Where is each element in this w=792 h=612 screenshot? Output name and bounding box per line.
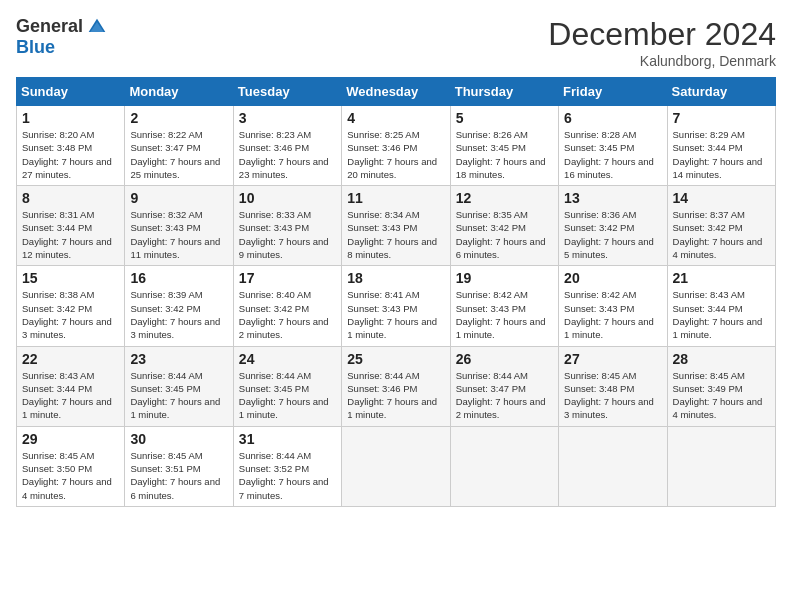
- calendar-week-row: 22Sunrise: 8:43 AM Sunset: 3:44 PM Dayli…: [17, 346, 776, 426]
- calendar-cell: 1Sunrise: 8:20 AM Sunset: 3:48 PM Daylig…: [17, 106, 125, 186]
- calendar-cell: 28Sunrise: 8:45 AM Sunset: 3:49 PM Dayli…: [667, 346, 775, 426]
- calendar-cell: 27Sunrise: 8:45 AM Sunset: 3:48 PM Dayli…: [559, 346, 667, 426]
- day-number: 27: [564, 351, 661, 367]
- calendar-table: SundayMondayTuesdayWednesdayThursdayFrid…: [16, 77, 776, 507]
- calendar-cell: 3Sunrise: 8:23 AM Sunset: 3:46 PM Daylig…: [233, 106, 341, 186]
- calendar-cell: 29Sunrise: 8:45 AM Sunset: 3:50 PM Dayli…: [17, 426, 125, 506]
- day-number: 19: [456, 270, 553, 286]
- calendar-header-row: SundayMondayTuesdayWednesdayThursdayFrid…: [17, 78, 776, 106]
- calendar-cell: 24Sunrise: 8:44 AM Sunset: 3:45 PM Dayli…: [233, 346, 341, 426]
- day-info: Sunrise: 8:34 AM Sunset: 3:43 PM Dayligh…: [347, 208, 444, 261]
- day-info: Sunrise: 8:44 AM Sunset: 3:45 PM Dayligh…: [130, 369, 227, 422]
- day-number: 6: [564, 110, 661, 126]
- calendar-cell: 4Sunrise: 8:25 AM Sunset: 3:46 PM Daylig…: [342, 106, 450, 186]
- day-number: 26: [456, 351, 553, 367]
- col-header-wednesday: Wednesday: [342, 78, 450, 106]
- day-number: 5: [456, 110, 553, 126]
- day-info: Sunrise: 8:36 AM Sunset: 3:42 PM Dayligh…: [564, 208, 661, 261]
- calendar-cell: [559, 426, 667, 506]
- col-header-friday: Friday: [559, 78, 667, 106]
- calendar-cell: 12Sunrise: 8:35 AM Sunset: 3:42 PM Dayli…: [450, 186, 558, 266]
- day-number: 9: [130, 190, 227, 206]
- day-info: Sunrise: 8:43 AM Sunset: 3:44 PM Dayligh…: [673, 288, 770, 341]
- day-info: Sunrise: 8:25 AM Sunset: 3:46 PM Dayligh…: [347, 128, 444, 181]
- day-number: 11: [347, 190, 444, 206]
- calendar-week-row: 15Sunrise: 8:38 AM Sunset: 3:42 PM Dayli…: [17, 266, 776, 346]
- day-info: Sunrise: 8:33 AM Sunset: 3:43 PM Dayligh…: [239, 208, 336, 261]
- day-info: Sunrise: 8:44 AM Sunset: 3:52 PM Dayligh…: [239, 449, 336, 502]
- col-header-monday: Monday: [125, 78, 233, 106]
- calendar-cell: 16Sunrise: 8:39 AM Sunset: 3:42 PM Dayli…: [125, 266, 233, 346]
- calendar-cell: 2Sunrise: 8:22 AM Sunset: 3:47 PM Daylig…: [125, 106, 233, 186]
- col-header-sunday: Sunday: [17, 78, 125, 106]
- calendar-cell: [342, 426, 450, 506]
- day-info: Sunrise: 8:29 AM Sunset: 3:44 PM Dayligh…: [673, 128, 770, 181]
- day-number: 23: [130, 351, 227, 367]
- page-header: General Blue December 2024 Kalundborg, D…: [16, 16, 776, 69]
- calendar-cell: 31Sunrise: 8:44 AM Sunset: 3:52 PM Dayli…: [233, 426, 341, 506]
- day-info: Sunrise: 8:32 AM Sunset: 3:43 PM Dayligh…: [130, 208, 227, 261]
- day-number: 1: [22, 110, 119, 126]
- calendar-cell: 20Sunrise: 8:42 AM Sunset: 3:43 PM Dayli…: [559, 266, 667, 346]
- day-number: 24: [239, 351, 336, 367]
- calendar-cell: 15Sunrise: 8:38 AM Sunset: 3:42 PM Dayli…: [17, 266, 125, 346]
- day-number: 30: [130, 431, 227, 447]
- calendar-cell: 14Sunrise: 8:37 AM Sunset: 3:42 PM Dayli…: [667, 186, 775, 266]
- calendar-week-row: 8Sunrise: 8:31 AM Sunset: 3:44 PM Daylig…: [17, 186, 776, 266]
- calendar-cell: 6Sunrise: 8:28 AM Sunset: 3:45 PM Daylig…: [559, 106, 667, 186]
- calendar-cell: [450, 426, 558, 506]
- day-info: Sunrise: 8:44 AM Sunset: 3:47 PM Dayligh…: [456, 369, 553, 422]
- day-number: 8: [22, 190, 119, 206]
- calendar-cell: 8Sunrise: 8:31 AM Sunset: 3:44 PM Daylig…: [17, 186, 125, 266]
- calendar-cell: 7Sunrise: 8:29 AM Sunset: 3:44 PM Daylig…: [667, 106, 775, 186]
- logo: General Blue: [16, 16, 107, 58]
- calendar-cell: 25Sunrise: 8:44 AM Sunset: 3:46 PM Dayli…: [342, 346, 450, 426]
- day-number: 31: [239, 431, 336, 447]
- day-info: Sunrise: 8:40 AM Sunset: 3:42 PM Dayligh…: [239, 288, 336, 341]
- logo-icon: [87, 17, 107, 37]
- day-number: 14: [673, 190, 770, 206]
- col-header-thursday: Thursday: [450, 78, 558, 106]
- calendar-week-row: 29Sunrise: 8:45 AM Sunset: 3:50 PM Dayli…: [17, 426, 776, 506]
- day-info: Sunrise: 8:31 AM Sunset: 3:44 PM Dayligh…: [22, 208, 119, 261]
- calendar-cell: 22Sunrise: 8:43 AM Sunset: 3:44 PM Dayli…: [17, 346, 125, 426]
- calendar-cell: 26Sunrise: 8:44 AM Sunset: 3:47 PM Dayli…: [450, 346, 558, 426]
- calendar-cell: 18Sunrise: 8:41 AM Sunset: 3:43 PM Dayli…: [342, 266, 450, 346]
- day-info: Sunrise: 8:43 AM Sunset: 3:44 PM Dayligh…: [22, 369, 119, 422]
- calendar-cell: 23Sunrise: 8:44 AM Sunset: 3:45 PM Dayli…: [125, 346, 233, 426]
- month-title: December 2024: [548, 16, 776, 53]
- day-number: 10: [239, 190, 336, 206]
- day-number: 16: [130, 270, 227, 286]
- calendar-cell: 10Sunrise: 8:33 AM Sunset: 3:43 PM Dayli…: [233, 186, 341, 266]
- day-number: 29: [22, 431, 119, 447]
- day-number: 2: [130, 110, 227, 126]
- logo-blue-text: Blue: [16, 37, 55, 58]
- day-info: Sunrise: 8:44 AM Sunset: 3:45 PM Dayligh…: [239, 369, 336, 422]
- day-info: Sunrise: 8:45 AM Sunset: 3:48 PM Dayligh…: [564, 369, 661, 422]
- logo-general-text: General: [16, 16, 83, 37]
- col-header-saturday: Saturday: [667, 78, 775, 106]
- day-number: 13: [564, 190, 661, 206]
- day-number: 21: [673, 270, 770, 286]
- calendar-cell: 17Sunrise: 8:40 AM Sunset: 3:42 PM Dayli…: [233, 266, 341, 346]
- day-number: 3: [239, 110, 336, 126]
- col-header-tuesday: Tuesday: [233, 78, 341, 106]
- day-number: 25: [347, 351, 444, 367]
- day-info: Sunrise: 8:42 AM Sunset: 3:43 PM Dayligh…: [456, 288, 553, 341]
- day-info: Sunrise: 8:44 AM Sunset: 3:46 PM Dayligh…: [347, 369, 444, 422]
- calendar-cell: 5Sunrise: 8:26 AM Sunset: 3:45 PM Daylig…: [450, 106, 558, 186]
- day-number: 7: [673, 110, 770, 126]
- calendar-cell: 13Sunrise: 8:36 AM Sunset: 3:42 PM Dayli…: [559, 186, 667, 266]
- calendar-cell: 21Sunrise: 8:43 AM Sunset: 3:44 PM Dayli…: [667, 266, 775, 346]
- calendar-cell: [667, 426, 775, 506]
- day-info: Sunrise: 8:45 AM Sunset: 3:50 PM Dayligh…: [22, 449, 119, 502]
- location-subtitle: Kalundborg, Denmark: [548, 53, 776, 69]
- day-info: Sunrise: 8:22 AM Sunset: 3:47 PM Dayligh…: [130, 128, 227, 181]
- day-number: 28: [673, 351, 770, 367]
- day-info: Sunrise: 8:38 AM Sunset: 3:42 PM Dayligh…: [22, 288, 119, 341]
- day-info: Sunrise: 8:26 AM Sunset: 3:45 PM Dayligh…: [456, 128, 553, 181]
- day-info: Sunrise: 8:39 AM Sunset: 3:42 PM Dayligh…: [130, 288, 227, 341]
- day-number: 17: [239, 270, 336, 286]
- day-number: 15: [22, 270, 119, 286]
- day-number: 4: [347, 110, 444, 126]
